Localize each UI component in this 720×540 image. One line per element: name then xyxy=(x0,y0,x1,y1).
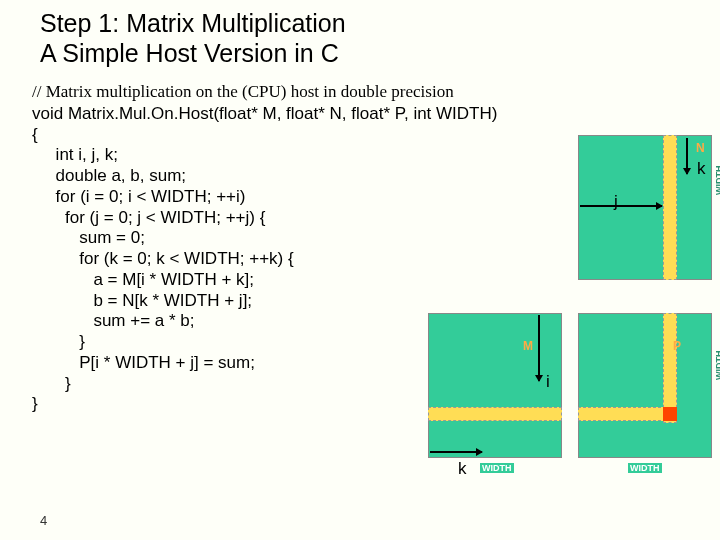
page-number: 4 xyxy=(40,513,47,528)
axis-label-k-top: k xyxy=(697,159,706,179)
matrix-n xyxy=(578,135,712,280)
matrix-diagram: N M P k j i k WIDTH WIDTH WIDTH WIDTH xyxy=(428,135,720,535)
width-label-p-right: WIDTH xyxy=(714,351,720,381)
matrix-label-n: N xyxy=(696,141,705,155)
axis-label-j: j xyxy=(614,192,618,212)
column-stripe-n xyxy=(663,135,677,280)
title-line-1: Step 1: Matrix Multiplication xyxy=(40,8,720,38)
width-label-n: WIDTH xyxy=(714,166,720,196)
slide-title: Step 1: Matrix Multiplication A Simple H… xyxy=(0,0,720,68)
width-label-p-bottom: WIDTH xyxy=(628,463,662,473)
matrix-p xyxy=(578,313,712,458)
arrow-i xyxy=(538,315,540,381)
row-stripe-m xyxy=(428,407,562,421)
matrix-label-m: M xyxy=(523,339,533,353)
arrow-k-bottom xyxy=(430,451,482,453)
axis-label-i: i xyxy=(546,372,550,392)
matrix-m xyxy=(428,313,562,458)
result-cell xyxy=(663,407,677,421)
arrow-k-top xyxy=(686,138,688,174)
title-line-2: A Simple Host Version in C xyxy=(40,38,720,68)
width-label-m: WIDTH xyxy=(480,463,514,473)
axis-label-k-bottom: k xyxy=(458,459,467,479)
arrow-j xyxy=(580,205,662,207)
row-stripe-p xyxy=(578,407,676,421)
code-comment: // Matrix multiplication on the (CPU) ho… xyxy=(0,68,720,102)
matrix-label-p: P xyxy=(673,339,681,353)
